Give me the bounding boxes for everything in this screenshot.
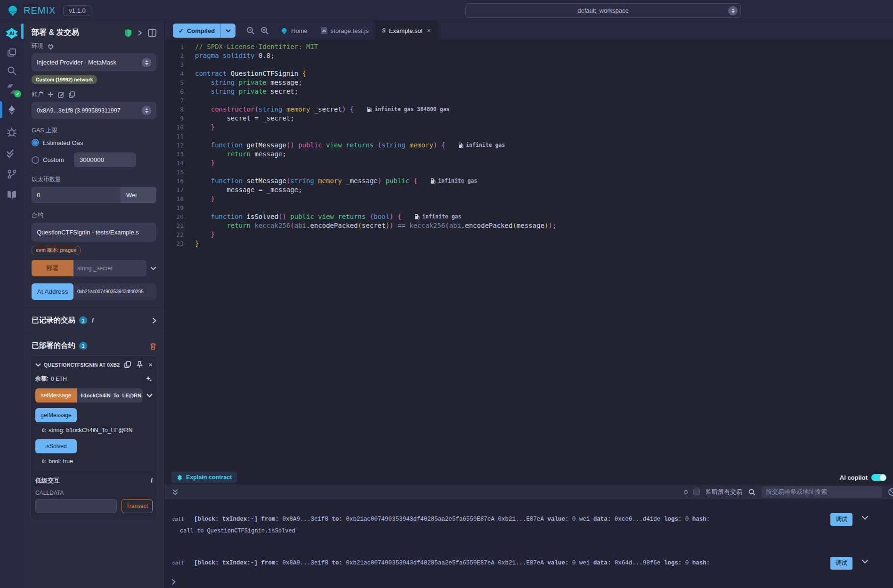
code-line: 4contract QuestionCTFSignin { — [165, 69, 893, 78]
line-number: 8 — [165, 105, 195, 114]
custom-gas-radio[interactable] — [32, 156, 39, 164]
line-number: 3 — [165, 60, 195, 69]
deploy-button[interactable]: 部署 — [32, 260, 73, 276]
expand-recorded-icon[interactable] — [152, 317, 156, 324]
zoom-out-icon[interactable] — [246, 26, 255, 35]
code-line: 1// SPDX-License-Identifier: MIT — [165, 42, 893, 51]
environment-select[interactable]: Injected Provider - MetaMask — [32, 54, 156, 71]
code-line: 12 function getMessage() public view ret… — [165, 141, 893, 150]
code-line: 22 } — [165, 230, 893, 239]
code-line: 3 — [165, 60, 893, 69]
chevron-down-icon[interactable] — [150, 266, 156, 270]
chevron-down-icon[interactable] — [861, 516, 869, 520]
split-view-icon[interactable] — [148, 29, 156, 37]
top-bar: REMIX v1.1.0 default_workspace — [0, 0, 893, 21]
terminal-scroll-right-icon[interactable] — [171, 579, 176, 585]
get-message-button[interactable]: getMessage — [35, 408, 77, 422]
code-line: 8 constructor(string memory _secret) {in… — [165, 105, 893, 114]
deploy-run-icon[interactable] — [5, 104, 18, 117]
search-icon[interactable] — [5, 64, 18, 77]
line-number: 1 — [165, 42, 195, 51]
sparkle-ai-icon[interactable] — [145, 375, 153, 383]
workspace-select[interactable]: default_workspace — [465, 3, 741, 18]
code-editor[interactable]: 1// SPDX-License-Identifier: MIT2pragma … — [165, 40, 893, 471]
line-number: 2 — [165, 51, 195, 60]
pin-contract-icon[interactable] — [137, 361, 143, 368]
log-tag: call — [172, 561, 184, 566]
brand-name: REMIX — [24, 5, 56, 16]
terminal[interactable]: call[block: txIndex:-] from: 0x8A9...3e1… — [165, 500, 893, 588]
trash-icon[interactable] — [150, 342, 156, 350]
gas-estimate: infinite gas — [414, 212, 461, 221]
deploy-args-input[interactable]: string _secret — [73, 260, 146, 276]
calldata-input[interactable] — [35, 499, 117, 513]
gas-limit-input[interactable]: 3000000 — [74, 153, 136, 167]
compiled-button[interactable]: ✓Compiled — [173, 24, 235, 38]
code-line: 23} — [165, 239, 893, 248]
at-address-input[interactable]: 0xb21ac007490353943df40285 — [73, 283, 156, 300]
expand-terminal-icon[interactable] — [172, 489, 179, 496]
solidity-compiler-icon[interactable]: ✓ — [5, 82, 18, 96]
info-icon[interactable]: i — [92, 317, 94, 324]
unit-testing-icon[interactable] — [5, 147, 18, 160]
line-number: 12 — [165, 141, 195, 150]
chevron-down-icon[interactable] — [146, 394, 153, 397]
remix-ai-icon[interactable]: AI — [5, 27, 18, 40]
terminal-search-input[interactable]: 按交易哈希或地址搜索 — [762, 486, 882, 498]
line-number: 20 — [165, 212, 195, 221]
check-icon: ✓ — [179, 27, 184, 34]
estimated-gas-radio[interactable] — [32, 139, 39, 146]
explain-contract-button[interactable]: Explain contract — [171, 472, 237, 483]
clear-console-icon[interactable] — [887, 487, 893, 497]
select-arrows-icon — [728, 6, 738, 16]
gas-estimate: infinite gas — [430, 177, 477, 185]
active-plugin-indicator — [0, 101, 2, 118]
git-icon[interactable] — [5, 168, 18, 181]
remove-contract-icon[interactable]: × — [148, 361, 153, 369]
compile-success-badge: ✓ — [14, 90, 21, 97]
recorded-transactions-count: 1 — [79, 316, 87, 324]
terminal-log-entry: call[block: txIndex:-] from: 0x8A9...3e1… — [165, 559, 893, 568]
debugger-icon[interactable] — [5, 126, 18, 139]
line-number: 9 — [165, 114, 195, 123]
close-tab-icon[interactable]: × — [427, 27, 431, 34]
is-solved-button[interactable]: isSolved — [35, 439, 77, 453]
listen-all-checkbox[interactable] — [693, 489, 700, 495]
tab-storage-test[interactable]: JS storage.test.js — [314, 21, 375, 40]
plug-icon[interactable] — [48, 43, 54, 50]
line-number: 23 — [165, 239, 195, 248]
at-address-button[interactable]: At Address — [32, 283, 73, 300]
set-message-button[interactable]: setMessage — [35, 388, 77, 403]
ai-copilot-toggle[interactable] — [871, 474, 886, 481]
zoom-in-icon[interactable] — [260, 26, 269, 35]
tab-example-sol[interactable]: S Example.sol × — [375, 21, 438, 40]
value-unit-select[interactable]: Wei — [121, 187, 156, 203]
code-line: 15 — [165, 168, 893, 177]
file-explorer-icon[interactable] — [5, 46, 18, 59]
debug-button[interactable]: 调试 — [830, 513, 852, 526]
debug-button[interactable]: 调试 — [830, 557, 852, 570]
js-file-icon: JS — [321, 27, 327, 34]
account-value: 0x8A9...3e1f8 (3.999589311997 — [37, 107, 121, 114]
collapse-contract-icon[interactable] — [35, 363, 41, 367]
set-message-input[interactable]: b1ockCh4iN_To_LE@RN — [77, 388, 143, 403]
editor-tab-bar: ✓Compiled Home JS storage.test.js S Exam… — [165, 21, 893, 40]
transact-button[interactable]: Transact — [122, 499, 153, 513]
pin-panel-icon[interactable] — [138, 30, 142, 36]
contract-select[interactable]: QuestionCTFSignin - tests/Example.s — [32, 223, 156, 242]
account-select[interactable]: 0x8A9...3e1f8 (3.999589311997 — [32, 102, 156, 119]
info-icon[interactable]: i — [151, 477, 153, 484]
tab-home[interactable]: Home — [274, 21, 314, 40]
compiled-dropdown[interactable] — [220, 24, 235, 38]
plugins-book-icon[interactable] — [5, 188, 18, 201]
chevron-down-icon[interactable] — [861, 559, 869, 564]
copy-account-icon[interactable] — [69, 91, 75, 98]
deploy-run-panel: 部署 & 发交易 环境 Injected Provider - MetaMask… — [24, 21, 165, 588]
log-tag: call — [172, 517, 184, 522]
environment-label: 环境 — [32, 42, 43, 50]
add-account-icon[interactable] — [48, 91, 54, 97]
copy-address-icon[interactable] — [124, 361, 131, 368]
sign-message-icon[interactable] — [58, 91, 65, 98]
code-line: 20 function isSolved() public view retur… — [165, 212, 893, 221]
value-input[interactable]: 0 — [32, 187, 121, 203]
